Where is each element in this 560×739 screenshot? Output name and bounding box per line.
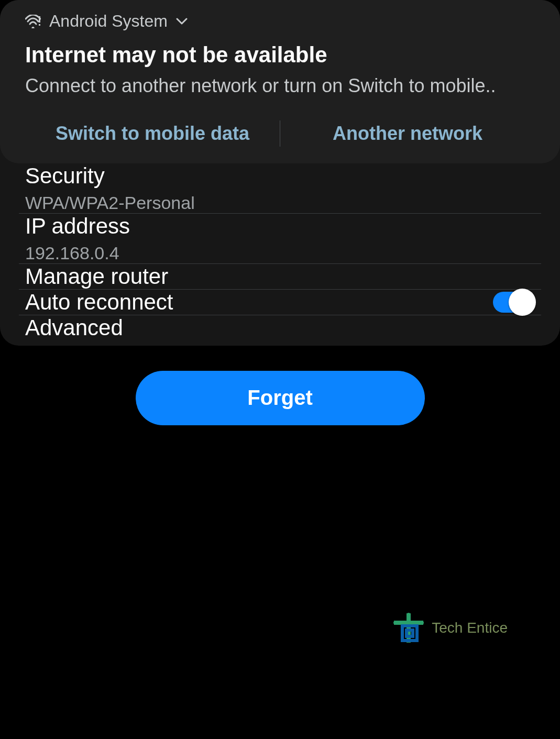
toggle-knob: [509, 289, 536, 316]
advanced-row[interactable]: Advanced: [19, 315, 541, 340]
forget-button[interactable]: Forget: [136, 371, 425, 425]
svg-point-6: [407, 613, 410, 616]
switch-mobile-data-button[interactable]: Switch to mobile data: [25, 117, 280, 150]
notification-app-name: Android System: [49, 12, 168, 31]
notification-title: Internet may not be available: [25, 42, 535, 68]
notification-actions: Switch to mobile data Another network: [25, 117, 535, 163]
watermark-text: Tech Entice: [432, 620, 508, 636]
chevron-down-icon: [176, 18, 188, 25]
security-row[interactable]: Security WPA/WPA2-Personal: [19, 163, 541, 214]
ip-label: IP address: [25, 214, 535, 239]
svg-rect-1: [39, 24, 40, 26]
watermark-logo-icon: [392, 611, 425, 645]
another-network-button[interactable]: Another network: [280, 117, 535, 150]
auto-reconnect-row[interactable]: Auto reconnect: [19, 290, 541, 315]
watermark: Tech Entice: [392, 611, 508, 645]
wifi-detail-panel: Android System Internet may not be avail…: [0, 0, 560, 346]
wifi-alert-icon: [25, 15, 41, 28]
security-label: Security: [25, 163, 535, 189]
advanced-label: Advanced: [25, 315, 535, 340]
notification-header[interactable]: Android System: [25, 12, 535, 31]
ip-address-row[interactable]: IP address 192.168.0.4: [19, 214, 541, 264]
ip-value: 192.168.0.4: [25, 243, 535, 263]
manage-router-row[interactable]: Manage router: [19, 264, 541, 290]
manage-router-label: Manage router: [25, 264, 535, 289]
svg-rect-3: [394, 621, 423, 625]
forget-button-container: Forget: [0, 371, 560, 425]
system-notification: Android System Internet may not be avail…: [0, 0, 560, 163]
svg-rect-2: [407, 613, 411, 643]
detail-list: Security WPA/WPA2-Personal IP address 19…: [0, 163, 560, 340]
svg-point-5: [421, 621, 424, 624]
auto-reconnect-label: Auto reconnect: [25, 290, 173, 315]
svg-point-4: [393, 621, 397, 624]
auto-reconnect-toggle[interactable]: [493, 292, 535, 313]
svg-rect-0: [39, 16, 40, 23]
security-value: WPA/WPA2-Personal: [25, 193, 535, 213]
notification-subtitle: Connect to another network or turn on Sw…: [25, 74, 535, 98]
